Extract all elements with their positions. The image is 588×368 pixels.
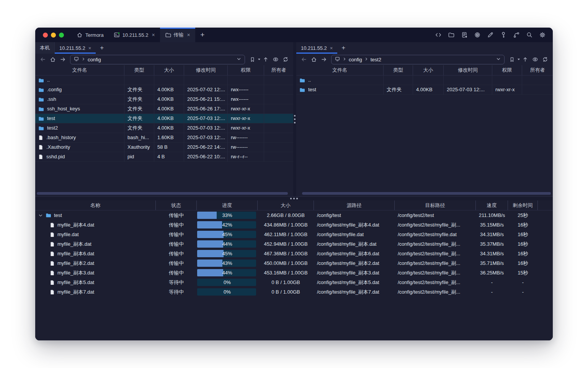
column-header[interactable]: 权限 [492, 65, 522, 75]
column-header[interactable]: 名称 [35, 200, 156, 210]
up-arrow-icon[interactable] [261, 55, 270, 64]
bookmark-icon[interactable] [507, 55, 516, 64]
eye-icon[interactable] [271, 55, 280, 64]
file-row[interactable]: sshd.pidpid4 B2025-06-22 10:...rw-r--r-- [35, 152, 293, 162]
minimize-window-button[interactable] [51, 33, 56, 38]
transfer-row[interactable]: myfile_副本4.dat传输中42%434.86MB / 1.00GB/co… [35, 220, 553, 230]
eye-icon[interactable] [531, 55, 540, 64]
tab-termora-home[interactable]: Termora [72, 28, 109, 42]
back-icon[interactable] [38, 55, 47, 64]
back-icon[interactable] [299, 55, 309, 64]
path-field[interactable]: config [70, 55, 245, 64]
close-window-button[interactable] [43, 33, 48, 38]
transfer-name-cell: myfile_副本3.dat [35, 268, 156, 278]
chevron-down-icon[interactable] [496, 56, 501, 63]
file-row[interactable]: test2文件夹4.00KB2025-07-03 12:...rwxr-xr-x [35, 123, 293, 133]
new-tab-button[interactable]: + [195, 28, 210, 42]
search-icon[interactable] [524, 30, 534, 40]
column-header[interactable]: 大小 [413, 65, 444, 75]
column-header[interactable]: 修改时间 [444, 65, 492, 75]
tab-local[interactable]: 本机 [35, 42, 55, 54]
tab-label: Termora [85, 32, 104, 38]
file-row[interactable]: .config文件夹4.00KB2025-07-02 12:...rwx----… [35, 85, 293, 95]
remaining-time-cell: 16秒 [508, 230, 538, 239]
path-field[interactable]: config test2 [331, 55, 505, 64]
column-header[interactable]: 权限 [228, 65, 264, 75]
column-header[interactable]: 类型 [124, 65, 154, 75]
file-row[interactable]: .bash_historybash_hi...1.60KB2025-07-03 … [35, 133, 293, 143]
breadcrumb-segment[interactable]: config [88, 57, 101, 62]
refresh-icon[interactable] [281, 55, 290, 64]
branch-icon[interactable] [511, 30, 521, 40]
column-header[interactable]: 所有者 [264, 65, 293, 75]
file-row[interactable]: .ssh文件夹4.00KB2025-06-21 15:...rwx------ [35, 95, 293, 104]
horizontal-scrollbar[interactable] [37, 192, 288, 195]
column-header[interactable]: 大小 [258, 200, 314, 210]
transfer-row[interactable]: myfile_副本7.dat等待中0%0 B / 1.00GB/config/t… [35, 287, 553, 297]
key-icon[interactable] [498, 30, 508, 40]
horizontal-scrollbar[interactable] [302, 192, 551, 195]
file-name-cell: .. [296, 76, 384, 85]
tab-remote-host[interactable]: 10.211.55.2 × [55, 42, 96, 54]
column-header[interactable]: 大小 [154, 65, 184, 75]
file-row[interactable]: .XauthorityXauthority58 B2025-06-22 14:.… [35, 143, 293, 152]
file-row[interactable]: test文件夹4.00KB2025-07-03 12:...rwxr-xr-x [296, 85, 553, 95]
folder-icon[interactable] [446, 30, 456, 40]
forward-icon[interactable] [319, 55, 328, 64]
close-icon[interactable]: × [152, 32, 155, 38]
transfer-row[interactable]: test传输中33%2.66GB / 8.00GB/config/test/co… [35, 210, 553, 220]
column-header[interactable]: 目标路径 [395, 200, 476, 210]
bookmark-icon[interactable] [248, 55, 257, 64]
transfer-row[interactable]: myfile_副本.dat传输中44%452.94MB / 1.00GB/con… [35, 239, 553, 249]
pencil-icon[interactable] [485, 30, 495, 40]
zoom-window-button[interactable] [59, 33, 64, 38]
record-icon[interactable] [472, 30, 482, 40]
transfer-row[interactable]: myfile_副本2.dat传输中43%450.00MB / 1.00GB/co… [35, 258, 553, 268]
close-icon[interactable]: × [88, 45, 91, 51]
new-panel-tab-button[interactable]: + [337, 42, 350, 54]
settings-icon[interactable] [537, 30, 547, 40]
home-icon[interactable] [309, 55, 318, 64]
breadcrumb-segment[interactable]: config [349, 57, 362, 62]
file-size-cell: 4.00KB [154, 123, 184, 133]
column-header[interactable]: 文件名 [35, 65, 124, 75]
column-header[interactable]: 所有者 [522, 65, 553, 75]
log-icon[interactable] [459, 30, 469, 40]
bookmark-dropdown-icon[interactable] [518, 59, 520, 60]
file-row[interactable]: .. [296, 76, 553, 85]
file-row[interactable]: ssh_host_keys文件夹4.00KB2025-06-26 17:...r… [35, 104, 293, 114]
close-icon[interactable]: × [187, 32, 190, 38]
code-icon[interactable] [433, 30, 443, 40]
column-header[interactable]: 剩余时间 [508, 200, 538, 210]
breadcrumb-segment[interactable]: test2 [371, 57, 381, 62]
file-type-cell: 文件夹 [124, 95, 154, 104]
column-header[interactable]: 状态 [156, 200, 197, 210]
refresh-icon[interactable] [541, 55, 550, 64]
chevron-down-icon[interactable] [236, 56, 242, 63]
column-header[interactable]: 进度 [197, 200, 258, 210]
progress-cell: 44% [197, 268, 258, 278]
up-arrow-icon[interactable] [521, 55, 530, 64]
transfer-row[interactable]: myfile_副本3.dat传输中44%453.16MB / 1.00GB/co… [35, 268, 553, 278]
tab-transfer[interactable]: 传输 × [160, 28, 195, 42]
new-panel-tab-button[interactable]: + [96, 42, 108, 54]
column-header[interactable]: 速度 [476, 200, 508, 210]
file-row[interactable]: .. [35, 76, 293, 85]
vertical-splitter[interactable] [293, 42, 296, 196]
tab-ssh-session[interactable]: 10.211.55.2 × [109, 28, 160, 42]
close-icon[interactable]: × [330, 45, 333, 51]
horizontal-splitter[interactable] [35, 196, 553, 200]
home-icon[interactable] [48, 55, 57, 64]
column-header[interactable]: 源路径 [314, 200, 395, 210]
column-header[interactable]: 文件名 [296, 65, 384, 75]
column-header[interactable]: 类型 [384, 65, 413, 75]
bookmark-dropdown-icon[interactable] [258, 59, 260, 60]
column-header[interactable]: 修改时间 [184, 65, 228, 75]
file-row[interactable]: test文件夹4.00KB2025-07-03 12:...rwxr-xr-x [35, 114, 293, 123]
expand-chevron-icon[interactable] [38, 213, 43, 218]
transfer-row[interactable]: myfile.dat传输中45%462.11MB / 1.00GB/config… [35, 230, 553, 239]
transfer-row[interactable]: myfile_副本6.dat传输中45%467.36MB / 1.00GB/co… [35, 249, 553, 258]
transfer-row[interactable]: myfile_副本5.dat等待中0%0 B / 1.00GB/config/t… [35, 278, 553, 287]
forward-icon[interactable] [58, 55, 67, 64]
tab-remote-host[interactable]: 10.211.55.2 × [296, 42, 337, 54]
